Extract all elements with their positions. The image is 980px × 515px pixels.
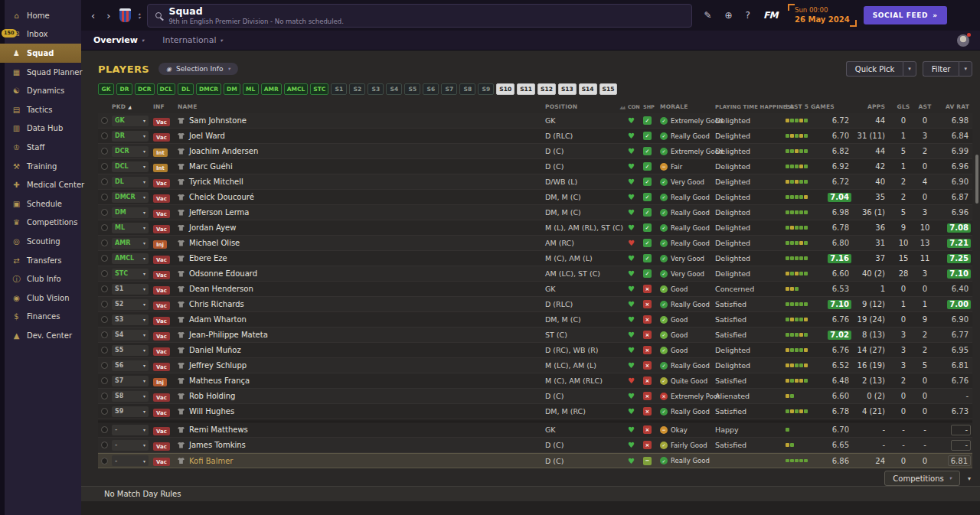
- col-ast[interactable]: AST: [914, 103, 936, 110]
- selection-slot-ml[interactable]: ML: [243, 83, 259, 95]
- selection-slot-dm[interactable]: DM: [224, 83, 240, 95]
- player-row[interactable]: -▾VacJames TomkinsD (C)♥×✓Fairly GoodSat…: [98, 438, 972, 453]
- sidebar-item-club-vision[interactable]: ◉Club Vision: [0, 288, 81, 308]
- row-select-radio[interactable]: [98, 377, 112, 384]
- row-select-radio[interactable]: [98, 426, 112, 433]
- sidebar-item-staff[interactable]: ♔Staff: [0, 138, 81, 157]
- world-icon[interactable]: ⊕: [724, 10, 732, 21]
- sidebar-item-squad-planner[interactable]: ▦Squad Planner: [0, 63, 81, 82]
- player-row[interactable]: S1▾VacDean HendersonGK♥×✓GoodConcerned6.…: [98, 282, 972, 297]
- row-select-radio[interactable]: [98, 442, 112, 448]
- tab-international[interactable]: International▾: [162, 35, 222, 45]
- selection-slot-s6[interactable]: S6: [423, 83, 439, 95]
- player-name[interactable]: Sam Johnstone: [178, 116, 545, 125]
- sidebar-item-inbox[interactable]: ✉Inbox150: [0, 25, 81, 44]
- player-name[interactable]: Ebere Eze: [178, 254, 545, 262]
- col-con[interactable]: CON: [628, 104, 643, 110]
- col-gls[interactable]: GLS: [893, 103, 914, 110]
- picked-position-dropdown[interactable]: -▾: [112, 440, 153, 451]
- player-name[interactable]: Cheick Doucouré: [178, 193, 545, 201]
- selection-slot-gk[interactable]: GK: [98, 83, 114, 95]
- picked-position-dropdown[interactable]: S5▾: [112, 345, 153, 356]
- picked-position-dropdown[interactable]: GK▾: [112, 116, 153, 126]
- player-row[interactable]: S6▾VacJeffrey SchluppM (LC), AM (L)♥×✓Re…: [98, 358, 972, 373]
- selection-slot-s3[interactable]: S3: [368, 83, 384, 95]
- player-name[interactable]: Marc Guéhi: [178, 162, 545, 171]
- row-select-radio[interactable]: [98, 117, 112, 124]
- sidebar-item-squad[interactable]: ♟Squad: [0, 44, 81, 63]
- player-name[interactable]: Kofi Balmer: [178, 457, 545, 465]
- selection-slot-stc[interactable]: STC: [310, 83, 328, 95]
- sidebar-item-transfers[interactable]: ⇄Transfers: [0, 251, 81, 270]
- sidebar-item-scouting[interactable]: ◎Scouting: [0, 232, 81, 251]
- col-inf[interactable]: INF: [153, 103, 178, 110]
- row-select-radio[interactable]: [98, 224, 112, 231]
- col-apps[interactable]: APPS: [853, 103, 893, 110]
- quick-pick-button[interactable]: Quick Pick ▾: [846, 61, 916, 77]
- selection-slot-s2[interactable]: S2: [349, 83, 365, 95]
- picked-position-dropdown[interactable]: DR▾: [112, 131, 153, 142]
- manager-avatar[interactable]: [957, 34, 969, 47]
- player-row[interactable]: DR▾VacJoel WardD (RLC)♥✓✓Really GoodDeli…: [98, 129, 972, 144]
- player-name[interactable]: Matheus França: [178, 376, 545, 385]
- col-name[interactable]: NAME: [178, 103, 545, 110]
- player-row[interactable]: S2▾VacChris RichardsD (RLC)♥×✓Really Goo…: [98, 297, 972, 312]
- competitions-dropdown[interactable]: Competitions ▾: [884, 471, 960, 486]
- player-row[interactable]: AMCL▾VacEbere EzeM (C), AM (L)♥✓✓Very Go…: [98, 251, 972, 266]
- row-select-radio[interactable]: [98, 148, 112, 155]
- row-select-radio[interactable]: [98, 331, 112, 338]
- player-row[interactable]: -▾VacRemi MatthewsGK♥×−OkayHappy6.70----: [98, 422, 972, 438]
- back-button[interactable]: ‹: [89, 10, 97, 21]
- selection-slot-s4[interactable]: S4: [386, 83, 402, 95]
- row-select-radio[interactable]: [98, 362, 112, 369]
- picked-position-dropdown[interactable]: STC▾: [112, 269, 153, 279]
- edit-pencil-icon[interactable]: ✎: [704, 10, 711, 21]
- col-pkd[interactable]: PKD▲: [112, 103, 153, 110]
- picked-position-dropdown[interactable]: AMR▾: [112, 238, 153, 249]
- sidebar-item-finances[interactable]: $Finances: [0, 308, 81, 327]
- row-select-radio[interactable]: [98, 194, 112, 200]
- club-switcher[interactable]: ▴ ▾: [138, 11, 140, 20]
- player-row[interactable]: -▾VacKofi BalmerD (C)♥−✓Really Good6.862…: [98, 453, 972, 468]
- sidebar-item-dynamics[interactable]: ☯Dynamics: [0, 81, 81, 100]
- sidebar-item-training[interactable]: ⚒Training: [0, 157, 81, 176]
- row-select-radio[interactable]: [98, 316, 112, 323]
- col-morale[interactable]: MORALE: [660, 103, 715, 110]
- row-select-radio[interactable]: [98, 255, 112, 262]
- player-row[interactable]: S4▾VacJean-Philippe MatetaST (C)♥×✓GoodS…: [98, 328, 972, 343]
- sidebar-item-club-info[interactable]: ⓘClub Info: [0, 269, 81, 288]
- player-name[interactable]: Michael Olise: [178, 239, 545, 247]
- col-playing-time-happiness[interactable]: PLAYING TIME HAPPINESS: [715, 104, 786, 110]
- social-feed-button[interactable]: SOCIAL FEED »: [864, 6, 947, 24]
- sidebar-item-dev-center[interactable]: ▲Dev. Center: [0, 326, 81, 345]
- chevron-down-icon[interactable]: ▾: [959, 61, 972, 77]
- screen-title-search[interactable]: Squad 9th in English Premier Division - …: [147, 4, 692, 28]
- sidebar-item-data-hub[interactable]: ▥Data Hub: [0, 119, 81, 139]
- player-row[interactable]: S7▾InjMatheus FrançaM (C), AM (RLC)♥×✓Qu…: [98, 373, 972, 389]
- player-name[interactable]: Remi Matthews: [178, 425, 545, 434]
- selection-slot-s11[interactable]: S11: [517, 83, 535, 95]
- selection-slot-s8[interactable]: S8: [459, 83, 475, 95]
- player-name[interactable]: Daniel Muñoz: [178, 346, 545, 354]
- picked-position-dropdown[interactable]: S3▾: [112, 315, 153, 325]
- sidebar-item-home[interactable]: ⌂Home: [0, 6, 81, 25]
- player-name[interactable]: Adam Wharton: [178, 315, 545, 324]
- picked-position-dropdown[interactable]: DCL▾: [112, 161, 153, 172]
- player-row[interactable]: S5▾VacDaniel MuñozD (RC), WB (R)♥×✓GoodD…: [98, 343, 972, 358]
- selection-slot-s1[interactable]: S1: [331, 83, 347, 95]
- collapse-chevron[interactable]: ▾: [968, 475, 971, 482]
- player-name[interactable]: James Tomkins: [178, 441, 545, 449]
- picked-position-dropdown[interactable]: S4▾: [112, 330, 153, 341]
- forward-button[interactable]: ›: [104, 10, 113, 21]
- selection-slot-amcl[interactable]: AMCL: [284, 83, 309, 95]
- col-last-5-games[interactable]: LAST 5 GAMES: [786, 103, 853, 110]
- selection-slot-s10[interactable]: S10: [496, 83, 514, 95]
- col-position[interactable]: POSITION▲▲: [545, 103, 628, 110]
- player-name[interactable]: Joel Ward: [178, 132, 545, 140]
- player-row[interactable]: GK▾VacSam JohnstoneGK♥✓✓Extremely GoodDe…: [98, 113, 972, 129]
- picked-position-dropdown[interactable]: -▾: [112, 455, 153, 466]
- player-row[interactable]: AMR▾InjMichael OliseAM (RC)♥✓✓Really Goo…: [98, 236, 972, 251]
- picked-position-dropdown[interactable]: S8▾: [112, 391, 153, 402]
- player-name[interactable]: Jordan Ayew: [178, 223, 545, 232]
- player-name[interactable]: Jean-Philippe Mateta: [178, 331, 545, 339]
